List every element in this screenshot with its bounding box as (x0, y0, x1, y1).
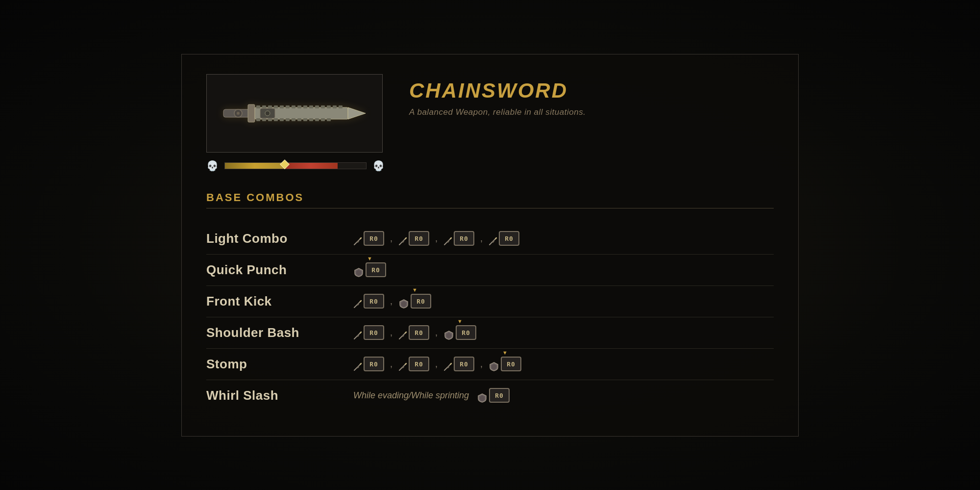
separator: , (435, 233, 438, 244)
svg-line-61 (405, 363, 406, 364)
section-title: BASE COMBOS (206, 191, 774, 204)
input-group: ▼ R0 (353, 262, 386, 277)
svg-rect-22 (274, 118, 278, 121)
sword-icon (398, 362, 407, 371)
svg-line-47 (492, 241, 494, 242)
svg-rect-25 (292, 118, 295, 121)
shield-icon (353, 267, 364, 277)
svg-marker-3 (348, 107, 366, 119)
input-group: R0 (443, 357, 474, 371)
separator: , (435, 328, 438, 338)
combo-name-shoulder-bash: Shoulder Bash (206, 325, 353, 340)
svg-rect-11 (297, 105, 301, 108)
svg-rect-29 (315, 118, 319, 121)
sword-icon (489, 237, 497, 246)
button-r0: R0 (501, 357, 521, 371)
button-r0: R0 (409, 357, 429, 371)
sword-icon (398, 237, 407, 246)
button-r0: R0 (364, 325, 384, 340)
svg-rect-23 (280, 118, 284, 121)
svg-line-40 (405, 238, 406, 239)
svg-rect-13 (309, 105, 313, 108)
combo-row-stomp: Stomp R0 , (206, 349, 774, 380)
sword-icon (443, 237, 452, 246)
input-group: R0 (489, 231, 519, 246)
svg-rect-18 (339, 105, 343, 108)
svg-rect-5 (262, 105, 266, 108)
combo-inputs-stomp: R0 , R0 , (353, 357, 521, 371)
skull-right-icon: 💀 (372, 160, 385, 172)
combos-table: Light Combo R0 , (206, 223, 774, 411)
svg-line-43 (450, 238, 451, 239)
button-r0: R0 (456, 325, 476, 340)
svg-line-59 (357, 366, 359, 368)
svg-rect-17 (333, 105, 337, 108)
weapon-header: 💀 💀 CHAINSWORD A balanced Weapon, reliab… (206, 74, 774, 172)
separator: , (390, 328, 392, 338)
button-r0: R0 (364, 357, 384, 371)
svg-line-41 (402, 241, 404, 242)
sword-icon (398, 331, 407, 340)
combo-inputs-quick-punch: ▼ R0 (353, 262, 386, 277)
combo-row-light-combo: Light Combo R0 , (206, 223, 774, 255)
svg-line-49 (360, 301, 361, 302)
separator: , (480, 233, 483, 244)
input-group: ▼ R0 (489, 357, 521, 371)
durability-bar-section: 💀 💀 (206, 160, 385, 172)
button-r0: R0 (489, 388, 510, 403)
svg-line-65 (447, 366, 449, 368)
svg-rect-7 (274, 105, 278, 108)
svg-line-52 (360, 332, 361, 333)
combo-name-whirl-slash: Whirl Slash (206, 388, 353, 403)
combo-inputs-shoulder-bash: R0 , R0 , ▼ (353, 325, 476, 340)
input-group: R0 (353, 325, 384, 340)
sword-icon (353, 237, 362, 246)
button-r0: R0 (366, 262, 386, 277)
combo-row-quick-punch: Quick Punch ▼ R0 (206, 255, 774, 286)
shield-icon (443, 330, 454, 340)
arrow-down-icon: ▼ (502, 350, 508, 356)
svg-point-33 (237, 112, 240, 115)
svg-line-55 (405, 332, 406, 333)
button-r0: R0 (364, 294, 384, 309)
combo-name-quick-punch: Quick Punch (206, 262, 353, 278)
svg-rect-14 (315, 105, 319, 108)
input-group: R0 (353, 357, 384, 371)
button-r0: R0 (409, 325, 429, 340)
shield-icon (477, 393, 488, 403)
svg-line-58 (360, 363, 361, 364)
svg-rect-16 (327, 105, 331, 108)
svg-rect-24 (286, 118, 290, 121)
button-r0: R0 (364, 231, 384, 246)
durability-bar (224, 162, 367, 169)
bar-fill-red (284, 163, 338, 169)
svg-line-46 (495, 238, 496, 239)
svg-rect-8 (280, 105, 284, 108)
section-divider (206, 208, 774, 208)
input-group: R0 (398, 231, 429, 246)
separator: , (435, 359, 438, 369)
combo-inputs-light-combo: R0 , R0 , (353, 231, 519, 246)
svg-line-37 (360, 238, 361, 239)
svg-rect-27 (303, 118, 307, 121)
svg-line-38 (357, 241, 359, 242)
svg-rect-26 (297, 118, 301, 121)
svg-line-50 (357, 304, 359, 305)
separator: , (390, 233, 392, 244)
combo-name-light-combo: Light Combo (206, 231, 353, 246)
svg-rect-20 (262, 118, 266, 121)
sword-icon (353, 331, 362, 340)
button-r0: R0 (411, 294, 431, 309)
while-text: While evading/While sprinting (353, 390, 469, 401)
input-group: ▼ R0 (443, 325, 476, 340)
input-group: R0 (398, 325, 429, 340)
combo-name-stomp: Stomp (206, 357, 353, 372)
combo-inputs-front-kick: R0 , ▼ R0 (353, 294, 431, 309)
combo-row-whirl-slash: Whirl Slash While evading/While sprintin… (206, 380, 774, 411)
svg-line-64 (450, 363, 451, 364)
separator: , (390, 359, 392, 369)
svg-rect-21 (268, 118, 272, 121)
weapon-image (216, 89, 373, 138)
arrow-down-icon: ▼ (457, 318, 463, 324)
arrow-down-icon: ▼ (412, 287, 417, 293)
